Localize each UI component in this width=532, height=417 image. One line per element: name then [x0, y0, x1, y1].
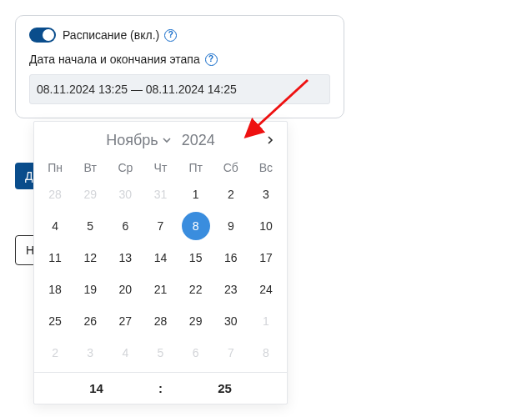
- calendar-day[interactable]: 2: [213, 178, 248, 210]
- calendar-dow: Вт: [73, 157, 108, 178]
- calendar-dow: Чт: [143, 157, 178, 178]
- calendar-day[interactable]: 7: [143, 210, 178, 242]
- calendar-day[interactable]: 19: [73, 274, 108, 305]
- calendar-day[interactable]: 6: [108, 210, 143, 242]
- calendar-dow: Сб: [213, 157, 248, 178]
- calendar-day[interactable]: 14: [143, 242, 178, 274]
- calendar-day: 1: [248, 305, 284, 337]
- calendar-day[interactable]: 18: [38, 274, 73, 305]
- calendar-day[interactable]: 3: [248, 178, 284, 210]
- calendar-popover: Ноябрь 2024 ПнВтСрЧтПтСбВс28293031123456…: [33, 121, 288, 404]
- calendar-day[interactable]: 28: [143, 305, 178, 337]
- calendar-day[interactable]: 26: [73, 305, 108, 337]
- year-select[interactable]: 2024: [182, 132, 215, 149]
- chevron-right-icon: [265, 135, 275, 145]
- calendar-day[interactable]: 30: [213, 305, 248, 337]
- calendar-day: 3: [73, 337, 108, 369]
- calendar-day[interactable]: 5: [73, 210, 108, 242]
- calendar-dow: Вс: [248, 157, 284, 178]
- schedule-toggle-text: Расписание (вкл.): [63, 28, 159, 42]
- calendar-day[interactable]: 1: [178, 178, 213, 210]
- month-label: Ноябрь: [106, 132, 158, 149]
- calendar-day[interactable]: 27: [108, 305, 143, 337]
- chevron-down-icon: [162, 135, 172, 145]
- calendar-day[interactable]: 24: [248, 274, 284, 305]
- calendar-day[interactable]: 21: [143, 274, 178, 305]
- calendar-day[interactable]: 10: [248, 210, 284, 242]
- schedule-card: Расписание (вкл.) ? Дата начала и оконча…: [15, 15, 344, 118]
- calendar-day: 5: [143, 337, 178, 369]
- range-label: Дата начала и окончания этапа ?: [29, 53, 330, 66]
- calendar-day[interactable]: 4: [38, 210, 73, 242]
- help-icon[interactable]: ?: [164, 29, 177, 42]
- date-range-value: 08.11.2024 13:25 — 08.11.2024 14:25: [37, 83, 237, 96]
- calendar-day[interactable]: 9: [213, 210, 248, 242]
- schedule-toggle[interactable]: [29, 28, 56, 43]
- calendar-day: 7: [213, 337, 248, 369]
- calendar-day[interactable]: 22: [178, 274, 213, 305]
- month-select[interactable]: Ноябрь: [106, 132, 173, 149]
- calendar-day[interactable]: 15: [178, 242, 213, 274]
- calendar-day: 4: [108, 337, 143, 369]
- calendar-day: 29: [73, 178, 108, 210]
- calendar-day[interactable]: 11: [38, 242, 73, 274]
- date-range-input[interactable]: 08.11.2024 13:25 — 08.11.2024 14:25: [29, 74, 330, 104]
- schedule-label: Расписание (вкл.) ?: [63, 28, 177, 42]
- calendar-day: 28: [38, 178, 73, 210]
- calendar-day[interactable]: 13: [108, 242, 143, 274]
- calendar-day[interactable]: 8: [178, 210, 213, 242]
- time-selector: 14 : 25: [34, 372, 287, 395]
- calendar-title: Ноябрь 2024: [106, 132, 215, 149]
- calendar-day[interactable]: 20: [108, 274, 143, 305]
- calendar-day[interactable]: 29: [178, 305, 213, 337]
- calendar-day: 2: [38, 337, 73, 369]
- calendar-day: 30: [108, 178, 143, 210]
- calendar-day[interactable]: 12: [73, 242, 108, 274]
- calendar-dow: Ср: [108, 157, 143, 178]
- range-label-text: Дата начала и окончания этапа: [29, 53, 200, 66]
- calendar-grid: ПнВтСрЧтПтСбВс28293031123456789101112131…: [34, 157, 287, 369]
- time-hour[interactable]: 14: [34, 381, 158, 395]
- calendar-day[interactable]: 16: [213, 242, 248, 274]
- calendar-day[interactable]: 17: [248, 242, 284, 274]
- calendar-day[interactable]: 23: [213, 274, 248, 305]
- next-month-button[interactable]: [260, 130, 280, 150]
- calendar-day[interactable]: 25: [38, 305, 73, 337]
- primary-button-label: Д: [25, 169, 33, 183]
- calendar-dow: Пн: [38, 157, 73, 178]
- calendar-day: 6: [178, 337, 213, 369]
- time-minute[interactable]: 25: [163, 381, 287, 395]
- calendar-dow: Пт: [178, 157, 213, 178]
- calendar-day: 31: [143, 178, 178, 210]
- calendar-day: 8: [248, 337, 284, 369]
- help-icon[interactable]: ?: [205, 53, 218, 66]
